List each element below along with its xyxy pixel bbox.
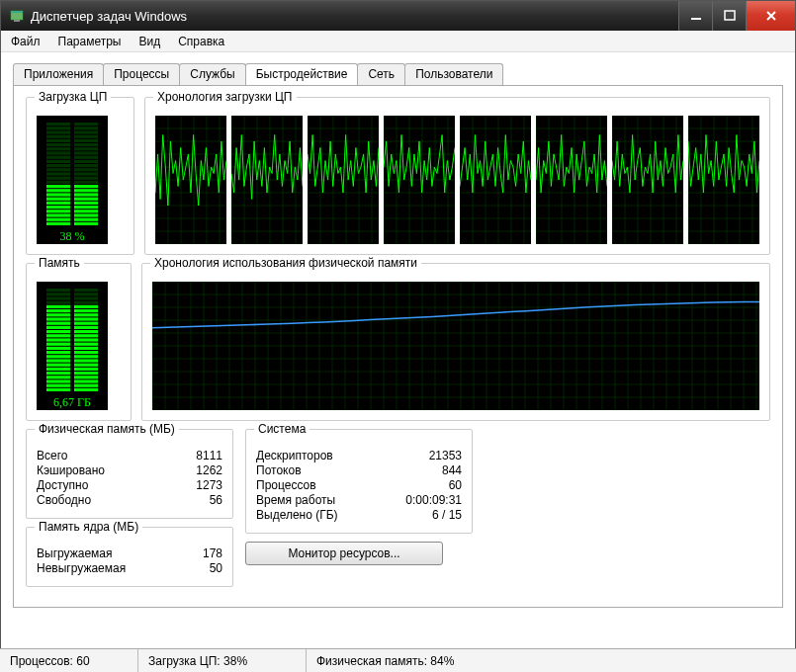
svg-rect-15 <box>46 181 70 184</box>
svg-rect-240 <box>74 293 98 295</box>
tab-performance[interactable]: Быстродействие <box>245 63 359 85</box>
svg-rect-226 <box>74 351 98 354</box>
close-button[interactable] <box>746 1 795 31</box>
svg-rect-199 <box>46 359 70 362</box>
svg-rect-40 <box>74 181 98 184</box>
status-processes: Процессов: 60 <box>0 649 138 672</box>
kernel-mem-legend: Память ядра (МБ) <box>35 520 142 534</box>
system-box: Система Дескрипторов21353 Потоков844 Про… <box>245 429 473 534</box>
svg-rect-51 <box>74 135 98 138</box>
svg-rect-227 <box>74 347 98 350</box>
maximize-button[interactable] <box>712 1 746 31</box>
svg-rect-214 <box>46 296 70 299</box>
tab-processes[interactable]: Процессы <box>103 63 180 85</box>
svg-rect-19 <box>46 164 70 167</box>
svg-rect-212 <box>46 305 70 308</box>
title-bar[interactable]: Диспетчер задач Windows <box>1 1 795 31</box>
menu-file[interactable]: Файл <box>11 35 41 48</box>
svg-rect-233 <box>74 322 98 325</box>
svg-rect-194 <box>46 379 70 382</box>
memory-label: Память <box>35 256 84 270</box>
status-memory: Физическая память: 84% <box>307 649 796 672</box>
tab-networking[interactable]: Сеть <box>357 63 405 85</box>
svg-text:6,67 ГБ: 6,67 ГБ <box>53 395 91 409</box>
menu-options[interactable]: Параметры <box>58 35 122 48</box>
svg-rect-217 <box>74 388 98 391</box>
memory-history-label: Хронология использования физической памя… <box>150 256 421 270</box>
svg-rect-33 <box>74 210 98 212</box>
svg-rect-16 <box>46 177 70 180</box>
svg-rect-32 <box>74 213 98 216</box>
svg-rect-38 <box>74 189 98 192</box>
svg-rect-218 <box>74 384 98 387</box>
kernel-paged-label: Выгружаемая <box>37 546 112 560</box>
commit-label: Выделено (ГБ) <box>256 508 338 522</box>
cpu-usage-label: Загрузка ЦП <box>35 90 111 104</box>
handles-label: Дескрипторов <box>256 449 333 462</box>
svg-rect-36 <box>74 198 98 201</box>
svg-rect-30 <box>74 222 98 225</box>
menu-help[interactable]: Справка <box>178 35 224 48</box>
svg-rect-18 <box>46 168 70 171</box>
cpu-core-chart-6 <box>612 116 683 244</box>
kernel-mem-box: Память ядра (МБ) Выгружаемая178 Невыгруж… <box>26 527 233 587</box>
svg-rect-237 <box>74 305 98 308</box>
svg-rect-236 <box>74 309 98 312</box>
tab-users[interactable]: Пользователи <box>404 63 503 85</box>
svg-rect-35 <box>74 202 98 205</box>
svg-rect-8 <box>46 210 70 212</box>
tab-strip: Приложения Процессы Службы Быстродействи… <box>13 63 783 86</box>
svg-rect-34 <box>74 206 98 209</box>
svg-rect-201 <box>46 351 70 354</box>
cpu-meter-chart: 38 % <box>37 116 108 244</box>
threads-label: Потоков <box>256 463 302 477</box>
handles-value: 21353 <box>402 449 462 462</box>
memory-history-chart <box>152 282 759 410</box>
svg-rect-13 <box>46 189 70 192</box>
svg-rect-238 <box>74 301 98 304</box>
kernel-nonpaged-value: 50 <box>163 561 222 575</box>
cpu-core-chart-1 <box>231 116 303 244</box>
svg-rect-14 <box>46 185 70 188</box>
svg-rect-197 <box>46 368 70 371</box>
cpu-core-chart-4 <box>460 116 531 244</box>
svg-rect-50 <box>74 139 98 142</box>
tab-applications[interactable]: Приложения <box>13 63 104 85</box>
svg-rect-28 <box>46 126 70 129</box>
svg-rect-12 <box>46 193 70 196</box>
uptime-label: Время работы <box>256 493 335 507</box>
svg-rect-232 <box>74 326 98 329</box>
svg-rect-234 <box>74 317 98 320</box>
svg-rect-49 <box>74 143 98 146</box>
system-legend: Система <box>254 422 310 436</box>
cpu-core-chart-3 <box>384 116 455 244</box>
svg-rect-225 <box>74 355 98 358</box>
svg-rect-20 <box>46 160 70 163</box>
tab-services[interactable]: Службы <box>179 63 245 85</box>
threads-value: 844 <box>402 463 462 477</box>
phys-free-label: Свободно <box>37 493 91 507</box>
svg-rect-196 <box>46 372 70 375</box>
svg-rect-209 <box>46 317 70 320</box>
svg-rect-1 <box>11 11 23 13</box>
phys-total-value: 8111 <box>163 449 222 462</box>
cpu-history-box: Хронология загрузки ЦП <box>144 97 770 255</box>
svg-rect-53 <box>74 126 98 129</box>
cpu-history-label: Хронология загрузки ЦП <box>153 90 297 104</box>
status-bar: Процессов: 60 Загрузка ЦП: 38% Физическа… <box>0 648 796 672</box>
svg-rect-205 <box>46 334 70 337</box>
cpu-core-chart-7 <box>688 116 759 244</box>
svg-rect-198 <box>46 364 70 367</box>
svg-text:38 %: 38 % <box>60 229 85 243</box>
menu-view[interactable]: Вид <box>138 35 160 48</box>
app-icon <box>9 8 25 24</box>
svg-rect-235 <box>74 313 98 316</box>
svg-rect-48 <box>74 147 98 150</box>
minimize-button[interactable] <box>678 1 712 31</box>
svg-rect-4 <box>725 11 735 20</box>
svg-rect-7 <box>46 213 70 216</box>
svg-rect-41 <box>74 177 98 180</box>
cpu-history-grid <box>155 116 759 244</box>
resource-monitor-button[interactable]: Монитор ресурсов... <box>245 542 443 565</box>
cpu-core-chart-0 <box>155 116 226 244</box>
